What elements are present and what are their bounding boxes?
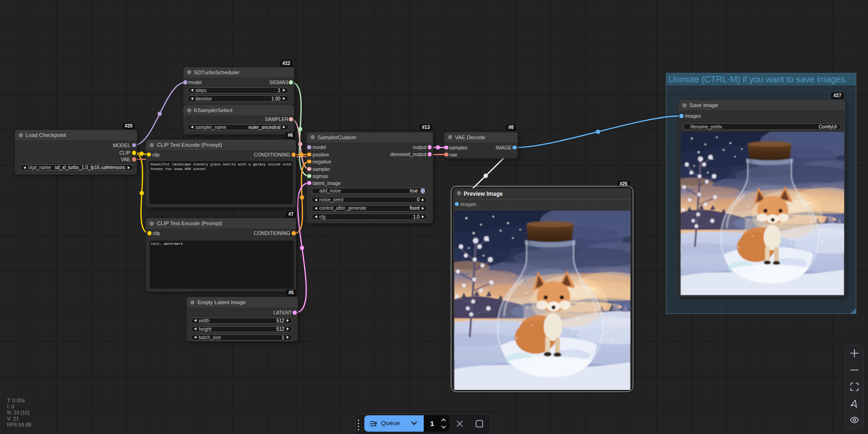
svg-text:1: 1 <box>430 420 434 427</box>
